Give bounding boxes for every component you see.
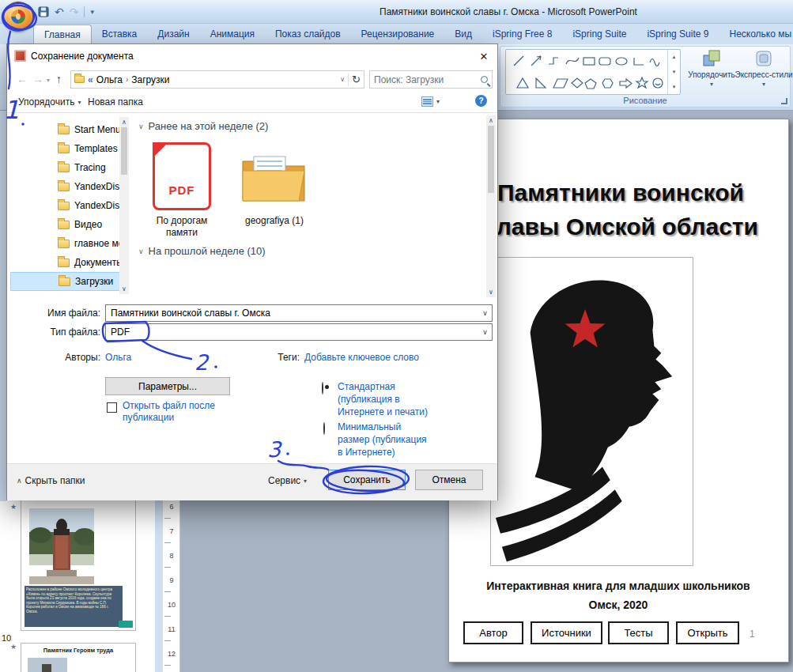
slide-button-sources[interactable]: Источники xyxy=(531,621,602,644)
scroll-thumb[interactable] xyxy=(488,126,494,193)
scroll-up-icon[interactable]: ∧ xyxy=(489,115,493,126)
qat-dropdown-icon[interactable]: ▾ xyxy=(90,6,94,17)
save-icon[interactable] xyxy=(38,6,49,17)
nav-history-dropdown-icon[interactable]: ▾ xyxy=(47,77,50,84)
tab-ispring-suite[interactable]: iSpring Suite xyxy=(562,24,636,44)
authors-value[interactable]: Ольга xyxy=(105,352,131,363)
scroll-up-icon[interactable]: ∧ xyxy=(122,117,127,127)
radio-minimal[interactable] xyxy=(323,422,325,435)
sidebar-item-documents[interactable]: Документы xyxy=(10,253,121,272)
scroll-down-icon[interactable]: ∨ xyxy=(489,287,493,297)
file-type-combo[interactable]: PDF ∨ xyxy=(105,323,493,341)
open-after-publish-label[interactable]: Открыть файл после публикации xyxy=(123,400,233,424)
slide-image-soldier-silhouette[interactable] xyxy=(490,257,693,566)
folder-icon xyxy=(58,240,70,248)
save-button[interactable]: Сохранить xyxy=(328,470,406,490)
slide-thumbnail-10[interactable]: Памятник Героям труда xyxy=(21,643,136,672)
files-scrollbar[interactable]: ∧ ∨ xyxy=(486,115,496,297)
dialog-launcher-icon[interactable] xyxy=(781,98,787,104)
redo-icon[interactable]: ↷ xyxy=(70,6,79,17)
sidebar-item-yandexdisk[interactable]: YandexDisk xyxy=(10,177,121,196)
pdf-file-item[interactable]: PDF xyxy=(153,142,211,210)
tab-ispring-free-8[interactable]: iSpring Free 8 xyxy=(482,24,562,44)
tree-scrollbar[interactable]: ∧ ∨ xyxy=(119,117,129,294)
tags-value[interactable]: Добавьте ключевое слово xyxy=(304,352,419,363)
radio-standard[interactable] xyxy=(322,382,323,395)
breadcrumb-overflow-icon[interactable]: « xyxy=(88,74,93,85)
gallery-more-icon[interactable]: ▾ xyxy=(668,79,680,94)
radio-standard-label[interactable]: Стандартная (публикация в Интернете и пе… xyxy=(338,380,464,418)
ruler-tick xyxy=(164,640,171,641)
gallery-scroll-up-icon[interactable]: ▴ xyxy=(668,50,680,65)
help-button[interactable]: ? xyxy=(475,95,487,107)
tab-animation[interactable]: Анимация xyxy=(200,24,265,44)
search-box[interactable] xyxy=(369,70,493,89)
group-header-last-week[interactable]: ∨ На прошлой неделе (10) xyxy=(138,245,266,257)
drawing-group-label: Рисование xyxy=(500,96,790,105)
group-header-earlier-this-week[interactable]: ∨ Ранее на этой неделе (2) xyxy=(138,120,268,132)
shapes-gallery[interactable]: ▴ ▾ ▾ xyxy=(505,49,681,95)
sidebar-item-tracing[interactable]: Tracing xyxy=(10,158,121,177)
organize-button[interactable]: Упорядочить ▾ xyxy=(18,96,81,108)
slide-subtitle: Интерактивная книга для младших школьник… xyxy=(456,580,780,592)
address-dropdown-icon[interactable]: ∨ xyxy=(340,76,345,83)
tab-ispring-suite-9[interactable]: iSpring Suite 9 xyxy=(636,24,719,44)
back-icon[interactable]: ← xyxy=(17,73,28,85)
thumbnail-back-chip xyxy=(119,621,133,628)
search-input[interactable] xyxy=(374,74,481,85)
search-icon[interactable] xyxy=(481,76,488,83)
scroll-thumb[interactable] xyxy=(121,127,127,175)
slide-thumbnail-9[interactable]: Расположен в районе Омского молодежного … xyxy=(21,493,136,631)
arrange-button[interactable]: Упорядочить ▾ xyxy=(685,48,738,96)
quick-styles-button[interactable]: Экспресс-стили ▾ xyxy=(738,48,790,96)
breadcrumb-root[interactable]: Ольга xyxy=(96,74,123,85)
up-icon[interactable]: ↑ xyxy=(56,73,62,85)
slide-page-number: 1 xyxy=(750,629,755,640)
tab-addin[interactable]: Несколько мы xyxy=(719,24,793,44)
sidebar-item-main[interactable]: главное ме xyxy=(10,234,121,253)
slide-button-author[interactable]: Автор xyxy=(463,621,523,644)
cancel-button[interactable]: Отмена xyxy=(415,470,483,490)
slide-button-open[interactable]: Открыть xyxy=(676,621,739,644)
tools-dropdown[interactable]: Сервис ▾ xyxy=(268,475,307,486)
folder-item-icon[interactable] xyxy=(240,150,308,206)
sidebar-item-templates[interactable]: Templates xyxy=(10,139,121,158)
tab-design[interactable]: Дизайн xyxy=(147,24,199,44)
ruler-tick xyxy=(164,591,171,592)
combo-dropdown-icon[interactable]: ∨ xyxy=(478,328,492,336)
sidebar-item-yandexdisk-2[interactable]: YandexDisk- xyxy=(10,196,121,215)
ruler-number: 12 xyxy=(163,650,180,658)
views-button[interactable]: ▾ xyxy=(421,96,440,107)
tab-insert[interactable]: Вставка xyxy=(92,24,148,44)
tab-view[interactable]: Вид xyxy=(444,24,482,44)
thumbnail-photo xyxy=(28,658,67,672)
tab-slideshow[interactable]: Показ слайдов xyxy=(265,24,351,44)
gallery-scroll-down-icon[interactable]: ▾ xyxy=(668,65,680,80)
address-bar[interactable]: « Ольга › Загрузки ∨ ↻ xyxy=(70,70,364,89)
sidebar-item-video[interactable]: Видео xyxy=(10,215,121,234)
sidebar-item-start-menu[interactable]: Start Menu xyxy=(10,120,121,139)
combo-dropdown-icon[interactable]: ∨ xyxy=(478,309,492,317)
options-button[interactable]: Параметры... xyxy=(105,377,230,395)
refresh-icon[interactable]: ↻ xyxy=(352,74,361,85)
new-folder-button[interactable]: Новая папка xyxy=(88,96,143,108)
slide-button-tests[interactable]: Тесты xyxy=(608,621,669,644)
radio-minimal-label[interactable]: Минимальный размер (публикация в Интерне… xyxy=(338,421,472,459)
forward-icon[interactable]: → xyxy=(32,73,43,85)
close-icon[interactable]: ✕ xyxy=(474,47,494,65)
breadcrumb-folder-icon xyxy=(74,76,85,83)
file-name-input[interactable] xyxy=(111,308,474,319)
office-button[interactable] xyxy=(3,2,33,32)
slide-title: Памятники воинской славы Омской области xyxy=(474,176,767,244)
tab-review[interactable]: Рецензирование xyxy=(351,24,445,44)
tab-home[interactable]: Главная xyxy=(33,25,92,44)
undo-icon[interactable]: ↶ xyxy=(55,6,64,17)
file-name-combo[interactable]: ∨ xyxy=(105,304,493,322)
scroll-down-icon[interactable]: ∨ xyxy=(122,284,127,294)
save-dialog: Сохранение документа ✕ ← → ▾ ↑ « Ольга ›… xyxy=(6,43,498,500)
animation-star-icon: ★ xyxy=(10,643,17,651)
sidebar-item-downloads[interactable]: Загрузки xyxy=(10,272,121,291)
open-after-publish-checkbox[interactable] xyxy=(107,402,117,413)
hide-folders-button[interactable]: ∧ Скрыть папки xyxy=(17,475,85,486)
breadcrumb-current[interactable]: Загрузки xyxy=(131,74,169,85)
